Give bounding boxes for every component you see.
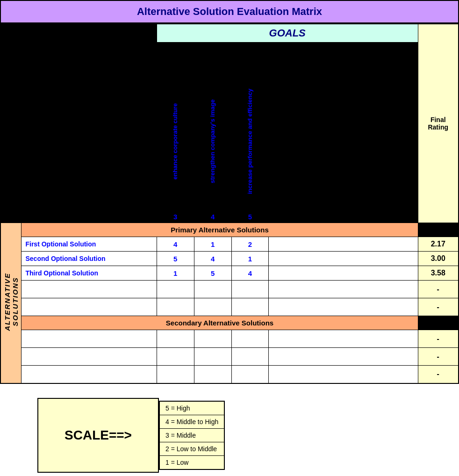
solution-val-3-1: 1 bbox=[157, 266, 194, 281]
dash-1: - bbox=[418, 281, 459, 298]
col-header-3: increase performance and efficiency bbox=[231, 43, 269, 211]
scale-item-4: 2 = Low to Middle bbox=[159, 442, 224, 455]
sc4 bbox=[231, 330, 269, 348]
sc13 bbox=[194, 366, 231, 383]
sc3 bbox=[194, 330, 231, 348]
dash-3: - bbox=[418, 330, 459, 348]
weight-3: 5 bbox=[231, 211, 269, 223]
sc12 bbox=[157, 366, 194, 383]
empty-primary-row-2: - bbox=[0, 298, 459, 316]
top-left-black2 bbox=[22, 24, 157, 43]
solution-val-2-3: 1 bbox=[231, 252, 269, 266]
final-rating-2: 3.00 bbox=[418, 252, 459, 266]
sc15 bbox=[269, 366, 418, 383]
empty-3 bbox=[269, 266, 418, 281]
top-left-black bbox=[0, 24, 22, 223]
ec3 bbox=[194, 281, 231, 298]
solution-name-2: Second Optional Solution bbox=[22, 252, 157, 266]
final-rating-3: 3.58 bbox=[418, 266, 459, 281]
ec7 bbox=[157, 298, 194, 316]
dash-2: - bbox=[418, 298, 459, 316]
alt-solutions-cell: ALTERNATIVESOLUTIONS bbox=[0, 223, 22, 383]
sc10 bbox=[269, 348, 418, 366]
empty-primary-row-1: - bbox=[0, 281, 459, 298]
scale-row-4: 2 = Low to Middle bbox=[159, 442, 224, 455]
column-headers-row: enhance corporate culture strengthen com… bbox=[0, 43, 459, 211]
scale-table: 5 = High 4 = Middle to High 3 = Middle 2… bbox=[159, 401, 225, 470]
empty-secondary-row-3: - bbox=[0, 366, 459, 383]
page-container: Alternative Solution Evaluation Matrix G… bbox=[0, 0, 459, 473]
solution-val-2-2: 4 bbox=[194, 252, 231, 266]
black-spacer3 bbox=[269, 211, 418, 223]
matrix-table: GOALS FinalRating enhance corporate cult… bbox=[0, 23, 459, 384]
solution-val-1-2: 1 bbox=[194, 237, 231, 252]
sc14 bbox=[231, 366, 269, 383]
solution-val-1-3: 2 bbox=[231, 237, 269, 252]
weight-row: 3 4 5 bbox=[0, 211, 459, 223]
sc7 bbox=[157, 348, 194, 366]
goals-header: GOALS bbox=[157, 24, 418, 43]
page-title: Alternative Solution Evaluation Matrix bbox=[137, 6, 322, 17]
sc8 bbox=[194, 348, 231, 366]
empty-1 bbox=[269, 237, 418, 252]
col-header-2: strengthen company's image bbox=[194, 43, 231, 211]
primary-section-header: Primary Alternative Solutions bbox=[22, 223, 418, 237]
sc5 bbox=[269, 330, 418, 348]
dash-5: - bbox=[418, 366, 459, 383]
solution-val-3-2: 5 bbox=[194, 266, 231, 281]
sc2 bbox=[157, 330, 194, 348]
scale-row-5: 1 = Low bbox=[159, 455, 224, 469]
ec5 bbox=[269, 281, 418, 298]
dash-4: - bbox=[418, 348, 459, 366]
weight-2: 4 bbox=[194, 211, 231, 223]
secondary-section-header: Secondary Alternative Solutions bbox=[22, 316, 418, 330]
solution-val-3-3: 4 bbox=[231, 266, 269, 281]
ec2 bbox=[157, 281, 194, 298]
solution-row-2: Second Optional Solution 5 4 1 3.00 bbox=[0, 252, 459, 266]
title-bar: Alternative Solution Evaluation Matrix bbox=[0, 0, 459, 23]
solution-name-1: First Optional Solution bbox=[22, 237, 157, 252]
solution-name-3: Third Optional Solution bbox=[22, 266, 157, 281]
scale-item-2: 4 = Middle to High bbox=[159, 415, 224, 428]
sc11 bbox=[22, 366, 157, 383]
scale-row-3: 3 = Middle bbox=[159, 428, 224, 442]
scale-item-5: 1 = Low bbox=[159, 455, 224, 469]
ec6 bbox=[22, 298, 157, 316]
ec10 bbox=[269, 298, 418, 316]
primary-header-row: ALTERNATIVESOLUTIONS Primary Alternative… bbox=[0, 223, 459, 237]
sc1 bbox=[22, 330, 157, 348]
weight-1: 3 bbox=[157, 211, 194, 223]
ec1 bbox=[22, 281, 157, 298]
goals-row: GOALS FinalRating bbox=[0, 24, 459, 43]
solution-val-2-1: 5 bbox=[157, 252, 194, 266]
secondary-rating-black bbox=[418, 316, 459, 330]
black-name-spacer bbox=[22, 211, 157, 223]
final-rating-1: 2.17 bbox=[418, 237, 459, 252]
scale-section: SCALE==> 5 = High 4 = Middle to High 3 =… bbox=[37, 398, 422, 473]
sc9 bbox=[231, 348, 269, 366]
solution-row-3: Third Optional Solution 1 5 4 3.58 bbox=[0, 266, 459, 281]
final-rating-header: FinalRating bbox=[418, 24, 459, 223]
black-spacer2 bbox=[269, 43, 418, 211]
sc6 bbox=[22, 348, 157, 366]
scale-row-1: 5 = High bbox=[159, 401, 224, 415]
black-spacer bbox=[22, 43, 157, 211]
scale-item-3: 3 = Middle bbox=[159, 428, 224, 442]
scale-row-2: 4 = Middle to High bbox=[159, 415, 224, 428]
ec8 bbox=[194, 298, 231, 316]
col-header-1: enhance corporate culture bbox=[157, 43, 194, 211]
ec9 bbox=[231, 298, 269, 316]
empty-secondary-row-1: - bbox=[0, 330, 459, 348]
scale-item-1: 5 = High bbox=[159, 401, 224, 415]
secondary-header-row: Secondary Alternative Solutions bbox=[0, 316, 459, 330]
empty-secondary-row-2: - bbox=[0, 348, 459, 366]
ec4 bbox=[231, 281, 269, 298]
primary-rating-black bbox=[418, 223, 459, 237]
scale-label: SCALE==> bbox=[37, 398, 159, 473]
empty-2 bbox=[269, 252, 418, 266]
solution-row-1: First Optional Solution 4 1 2 2.17 bbox=[0, 237, 459, 252]
solution-val-1-1: 4 bbox=[157, 237, 194, 252]
